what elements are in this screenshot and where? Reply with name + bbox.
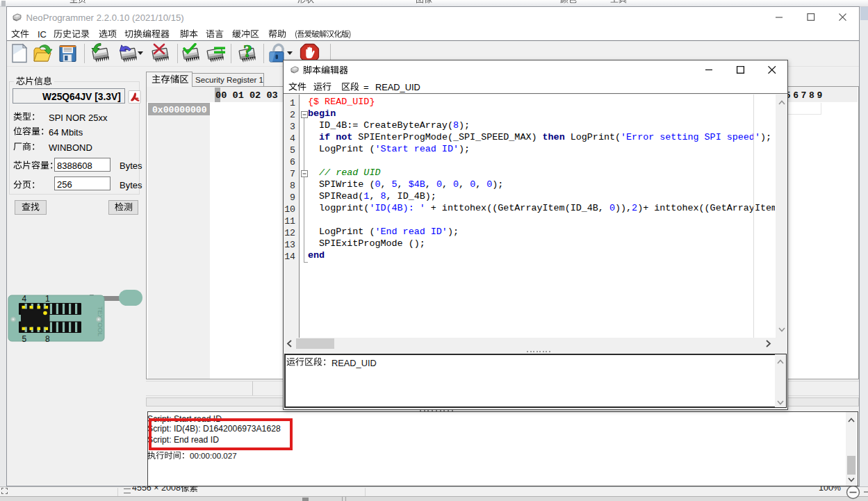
svg-text:8: 8	[45, 334, 50, 344]
svg-text:5: 5	[22, 334, 27, 344]
svg-text:1: 1	[45, 294, 50, 304]
svg-text:?: ?	[243, 43, 252, 61]
svg-text:4: 4	[22, 294, 27, 304]
